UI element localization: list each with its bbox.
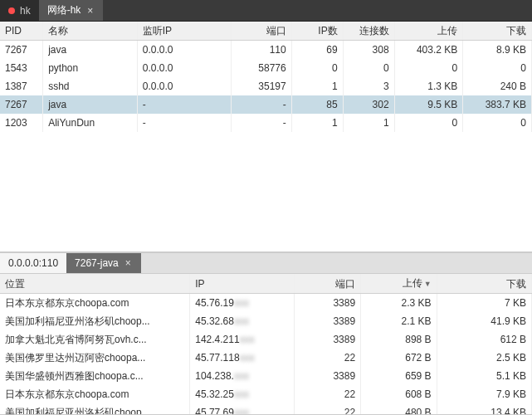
top-tab-0[interactable]: hk xyxy=(0,0,39,21)
redacted-tail: xxx xyxy=(234,297,249,309)
cell-port: 3389 xyxy=(295,330,361,349)
cell-value: 7267 xyxy=(5,99,27,110)
redacted-tail: xxx xyxy=(240,352,255,364)
cell-value: 3389 xyxy=(333,370,355,382)
cell-conn_count: 308 xyxy=(343,41,394,60)
cell-value: 302 xyxy=(373,99,389,110)
close-icon[interactable]: × xyxy=(124,257,133,269)
table-row[interactable]: 加拿大魁北克省博阿努瓦ovh.c...142.4.211xxx3389898 B… xyxy=(0,330,532,349)
cell-value: 2.1 KB xyxy=(402,315,432,327)
sort-arrow-icon: ▼ xyxy=(424,280,432,288)
cell-download: 0 xyxy=(463,59,532,77)
table-row[interactable]: 1387sshd0.0.0.035197131.3 KB240 B xyxy=(0,77,532,95)
cell-upload: 659 B xyxy=(361,367,437,385)
cell-value: 383.7 KB xyxy=(486,99,526,110)
table-row[interactable]: 美国加利福尼亚州洛杉矶choop...45.77.69xxx22480 B13.… xyxy=(0,403,532,415)
cell-download: 2.5 KB xyxy=(437,349,531,367)
cell-value: 美国加利福尼亚州洛杉矶choop... xyxy=(5,407,150,415)
status-dot-icon xyxy=(8,7,15,14)
col-header-label: 上传 xyxy=(437,25,457,37)
table-row[interactable]: 美国华盛顿州西雅图choopa.c...104.238.xxx3389659 B… xyxy=(0,367,532,385)
col-header-upload[interactable]: 上传 xyxy=(394,22,463,41)
col-header-upload[interactable]: 上传▼ xyxy=(361,274,437,294)
connection-pane: 位置IP端口上传▼下载 日本东京都东京choopa.com45.76.19xxx… xyxy=(0,274,532,415)
cell-value: 0.0.0.0 xyxy=(143,81,173,92)
cell-conn_count: 1 xyxy=(343,114,394,132)
cell-value: 659 B xyxy=(405,370,431,382)
cell-port: - xyxy=(232,114,291,132)
table-row[interactable]: 7267java0.0.0.011069308403.2 KB8.9 KB xyxy=(0,41,532,60)
bottom-tab-0[interactable]: 0.0.0.0:110 xyxy=(0,253,66,273)
cell-value: 41.9 KB xyxy=(491,315,526,327)
cell-ip_count: 1 xyxy=(291,77,343,95)
top-tab-1[interactable]: 网络-hk× xyxy=(39,0,104,21)
cell-location: 美国加利福尼亚州洛杉矶choop... xyxy=(0,312,190,330)
col-header-port[interactable]: 端口 xyxy=(295,274,361,294)
cell-value: 3389 xyxy=(333,297,355,309)
col-header-download[interactable]: 下载 xyxy=(463,22,532,41)
cell-value: 142.4.211 xyxy=(195,334,239,345)
cell-pid: 1387 xyxy=(0,77,43,95)
col-header-listen_ip[interactable]: 监听IP xyxy=(137,22,232,41)
cell-value: 0 xyxy=(332,62,338,74)
cell-value: 13.4 KB xyxy=(491,407,526,415)
cell-value: 7.9 KB xyxy=(496,388,526,400)
bottom-tab-1[interactable]: 7267-java× xyxy=(66,253,141,273)
table-row[interactable]: 美国佛罗里达州迈阿密choopa...45.77.118xxx22672 B2.… xyxy=(0,349,532,367)
cell-name: sshd xyxy=(43,77,138,95)
table-row[interactable]: 7267java--853029.5 KB383.7 KB xyxy=(0,95,532,114)
col-header-download[interactable]: 下载 xyxy=(437,274,531,294)
cell-value: java xyxy=(48,44,66,56)
table-row[interactable]: 美国加利福尼亚州洛杉矶choop...45.32.68xxx33892.1 KB… xyxy=(0,312,532,330)
col-header-pid[interactable]: PID xyxy=(0,22,43,41)
cell-port: - xyxy=(232,95,291,114)
cell-value: sshd xyxy=(48,81,69,92)
cell-value: 1203 xyxy=(5,117,27,129)
cell-pid: 7267 xyxy=(0,41,43,60)
cell-value: 104.238. xyxy=(195,370,234,382)
cell-value: 22 xyxy=(344,388,355,400)
cell-value: 672 B xyxy=(405,352,431,364)
table-row[interactable]: 1543python0.0.0.0587760000 xyxy=(0,59,532,77)
cell-location: 日本东京都东京choopa.com xyxy=(0,294,190,313)
table-row[interactable]: 1203AliYunDun--1100 xyxy=(0,114,532,132)
cell-value: 58776 xyxy=(258,62,286,74)
cell-value: 0 xyxy=(520,62,526,74)
cell-location: 日本东京都东京choopa.com xyxy=(0,385,190,403)
col-header-label: 监听IP xyxy=(143,25,172,37)
cell-listen_ip: - xyxy=(137,114,232,132)
cell-name: java xyxy=(43,95,138,114)
cell-value: 9.5 KB xyxy=(427,99,457,110)
table-row[interactable]: 日本东京都东京choopa.com45.76.19xxx33892.3 KB7 … xyxy=(0,294,532,313)
cell-value: 1543 xyxy=(5,62,27,74)
cell-value: 22 xyxy=(344,352,355,364)
close-icon[interactable]: × xyxy=(85,5,95,17)
cell-value: - xyxy=(283,99,286,110)
col-header-name[interactable]: 名称 xyxy=(43,22,138,41)
col-header-port[interactable]: 端口 xyxy=(232,22,291,41)
cell-value: - xyxy=(143,99,146,110)
col-header-ip_count[interactable]: IP数 xyxy=(291,22,343,41)
cell-ip_count: 1 xyxy=(291,114,343,132)
col-header-label: 端口 xyxy=(335,278,355,290)
col-header-label: 上传 xyxy=(403,277,422,289)
cell-value: - xyxy=(143,117,146,129)
col-header-label: IP xyxy=(195,278,204,290)
cell-value: 69 xyxy=(326,44,337,56)
col-header-ip[interactable]: IP xyxy=(190,274,295,294)
cell-pid: 7267 xyxy=(0,95,43,114)
col-header-label: 端口 xyxy=(266,25,286,37)
col-header-location[interactable]: 位置 xyxy=(0,274,190,294)
cell-port: 110 xyxy=(232,41,291,60)
cell-ip_count: 0 xyxy=(291,59,343,77)
cell-download: 41.9 KB xyxy=(437,312,531,330)
cell-listen_ip: - xyxy=(137,95,232,114)
cell-value: 0.0.0.0 xyxy=(143,44,173,56)
col-header-conn_count[interactable]: 连接数 xyxy=(343,22,394,41)
cell-download: 8.9 KB xyxy=(463,41,532,60)
table-row[interactable]: 日本东京都东京choopa.com45.32.25xxx22608 B7.9 K… xyxy=(0,385,532,403)
cell-value: - xyxy=(283,117,286,129)
col-header-label: PID xyxy=(5,25,22,37)
cell-ip: 45.32.25xxx xyxy=(190,385,295,403)
cell-value: 45.32.25 xyxy=(195,388,234,400)
